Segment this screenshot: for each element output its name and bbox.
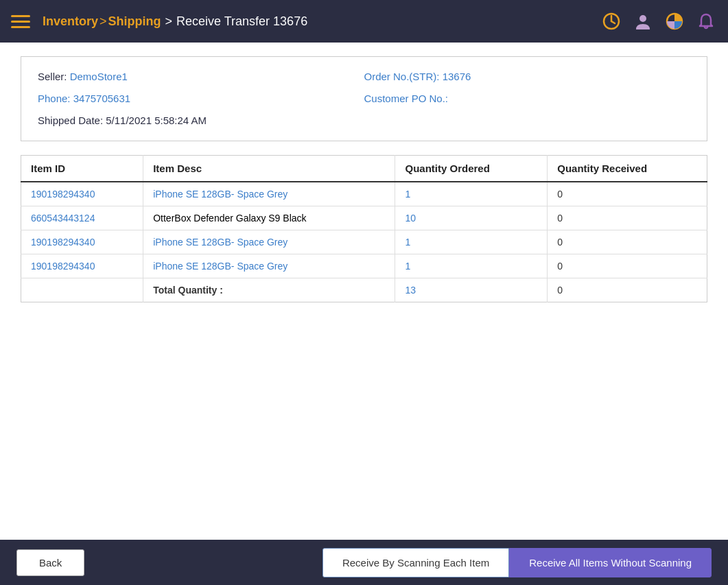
back-button[interactable]: Back [16,549,84,576]
seller-value[interactable]: DemoStore1 [70,71,128,82]
col-qty-received: Quantity Received [548,156,707,182]
svg-line-2 [611,21,615,23]
cell-qty-ordered: 10 [395,206,548,230]
phone-value: 3475705631 [73,93,130,104]
main-content: Seller: DemoStore1 Order No.(STR): 13676… [0,43,728,540]
receive-all-button[interactable]: Receive All Items Without Scanning [509,548,712,577]
cell-qty-received: 0 [548,206,707,230]
clock-icon[interactable] [600,10,622,32]
cell-qty-ordered: 1 [395,182,548,206]
scan-button[interactable]: Receive By Scanning Each Item [322,548,509,577]
cell-qty-ordered: 1 [395,230,548,254]
customer-po-label: Customer PO No.: [364,93,449,104]
cell-qty-received: 0 [548,230,707,254]
breadcrumb-sep1: > [99,14,107,29]
col-item-desc: Item Desc [143,156,395,182]
table-row: 190198294340iPhone SE 128GB- Space Grey1… [21,182,707,206]
seller-info: Seller: DemoStore1 [38,71,364,83]
breadcrumb-arrow: > [165,14,173,29]
user-icon[interactable] [632,10,654,32]
shipped-date-label: Shipped Date: [38,115,106,126]
table-total-row: Total Quantity :130 [21,278,707,302]
col-item-id: Item ID [21,156,143,182]
breadcrumb-inventory[interactable]: Inventory [43,14,98,29]
svg-point-3 [639,15,646,22]
hamburger-menu-icon[interactable] [11,15,30,28]
cell-item-id[interactable]: 660543443124 [21,206,143,230]
shipped-date-value: 5/11/2021 5:58:24 AM [106,115,207,126]
shipped-date-info: Shipped Date: 5/11/2021 5:58:24 AM [38,115,364,127]
breadcrumb-shipping[interactable]: Shipping [108,14,161,29]
header-icons [600,10,717,32]
total-qty-ordered: 13 [395,278,548,302]
cell-item-desc[interactable]: iPhone SE 128GB- Space Grey [143,230,395,254]
cell-qty-received: 0 [548,182,707,206]
cell-item-desc: OtterBox Defender Galaxy S9 Black [143,206,395,230]
chart-icon[interactable] [664,10,685,32]
col-qty-ordered: Quantity Ordered [395,156,548,182]
total-empty-cell [21,278,143,302]
footer-right-buttons: Receive By Scanning Each Item Receive Al… [322,548,712,577]
cell-item-desc[interactable]: iPhone SE 128GB- Space Grey [143,182,395,206]
order-info: Order No.(STR): 13676 [364,71,691,83]
bell-icon[interactable] [695,10,717,32]
cell-qty-ordered: 1 [395,254,548,278]
total-qty-received: 0 [548,278,707,302]
order-value: 13676 [443,71,471,82]
cell-item-desc[interactable]: iPhone SE 128GB- Space Grey [143,254,395,278]
customer-po-info: Customer PO No.: [364,93,691,105]
info-section: Seller: DemoStore1 Order No.(STR): 13676… [21,56,707,141]
phone-label: Phone: [38,93,73,104]
cell-item-id[interactable]: 190198294340 [21,182,143,206]
phone-info: Phone: 3475705631 [38,93,364,105]
order-label: Order No.(STR): [364,71,443,82]
table-header-row: Item ID Item Desc Quantity Ordered Quant… [21,156,707,182]
table-row: 190198294340iPhone SE 128GB- Space Grey1… [21,230,707,254]
table-row: 660543443124OtterBox Defender Galaxy S9 … [21,206,707,230]
seller-label: Seller: [38,71,70,82]
cell-qty-received: 0 [548,254,707,278]
items-table: Item ID Item Desc Quantity Ordered Quant… [21,155,707,302]
table-row: 190198294340iPhone SE 128GB- Space Grey1… [21,254,707,278]
total-label: Total Quantity : [143,278,395,302]
cell-item-id[interactable]: 190198294340 [21,254,143,278]
breadcrumb: Inventory > Shipping > Receive Transfer … [43,14,600,29]
cell-item-id[interactable]: 190198294340 [21,230,143,254]
breadcrumb-current-page: Receive Transfer 13676 [176,14,307,29]
footer: Back Receive By Scanning Each Item Recei… [0,540,728,585]
app-header: Inventory > Shipping > Receive Transfer … [0,0,728,43]
